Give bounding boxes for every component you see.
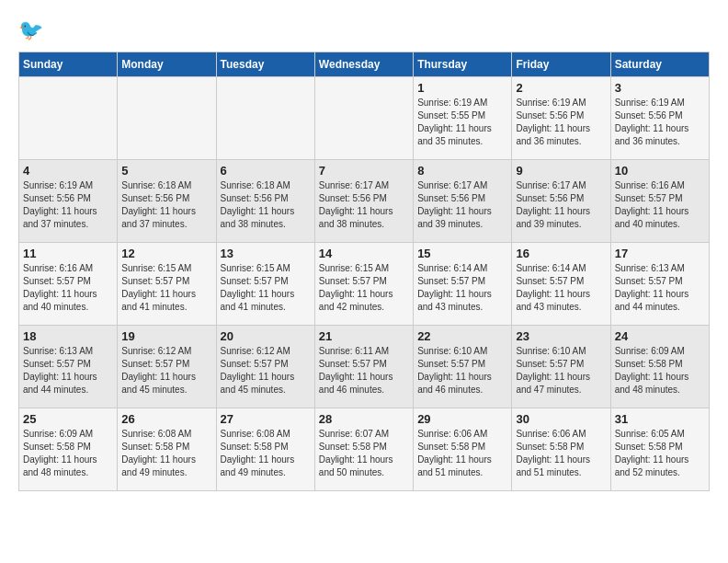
- calendar-cell: 11Sunrise: 6:16 AM Sunset: 5:57 PM Dayli…: [19, 243, 118, 326]
- day-number: 26: [121, 412, 211, 426]
- day-info: Sunrise: 6:15 AM Sunset: 5:57 PM Dayligh…: [319, 262, 409, 314]
- calendar-week-row: 11Sunrise: 6:16 AM Sunset: 5:57 PM Dayli…: [19, 243, 710, 326]
- calendar-cell: 23Sunrise: 6:10 AM Sunset: 5:57 PM Dayli…: [512, 326, 610, 408]
- calendar-cell: [314, 77, 413, 160]
- calendar-cell: 30Sunrise: 6:06 AM Sunset: 5:58 PM Dayli…: [512, 408, 610, 491]
- calendar-cell: 12Sunrise: 6:15 AM Sunset: 5:57 PM Dayli…: [118, 243, 216, 326]
- calendar-table: SundayMondayTuesdayWednesdayThursdayFrid…: [18, 52, 710, 491]
- day-info: Sunrise: 6:16 AM Sunset: 5:57 PM Dayligh…: [615, 179, 705, 231]
- day-info: Sunrise: 6:09 AM Sunset: 5:58 PM Dayligh…: [615, 345, 705, 396]
- calendar-cell: 29Sunrise: 6:06 AM Sunset: 5:58 PM Dayli…: [414, 408, 512, 491]
- calendar-cell: 10Sunrise: 6:16 AM Sunset: 5:57 PM Dayli…: [610, 160, 709, 243]
- day-number: 18: [23, 329, 113, 343]
- calendar-cell: 13Sunrise: 6:15 AM Sunset: 5:57 PM Dayli…: [216, 243, 314, 326]
- day-number: 6: [221, 164, 311, 178]
- day-info: Sunrise: 6:13 AM Sunset: 5:57 PM Dayligh…: [23, 345, 113, 396]
- day-number: 11: [23, 247, 113, 260]
- weekday-header-thursday: Thursday: [414, 52, 512, 77]
- calendar-cell: [19, 77, 118, 160]
- calendar-cell: 1Sunrise: 6:19 AM Sunset: 5:55 PM Daylig…: [414, 77, 512, 160]
- day-info: Sunrise: 6:15 AM Sunset: 5:57 PM Dayligh…: [121, 262, 211, 314]
- day-info: Sunrise: 6:06 AM Sunset: 5:58 PM Dayligh…: [417, 428, 507, 479]
- weekday-header-wednesday: Wednesday: [314, 52, 413, 77]
- day-info: Sunrise: 6:19 AM Sunset: 5:55 PM Dayligh…: [417, 97, 507, 148]
- day-number: 3: [615, 81, 705, 95]
- page-header: 🐦: [18, 18, 710, 42]
- day-number: 21: [319, 329, 409, 343]
- calendar-cell: 2Sunrise: 6:19 AM Sunset: 5:56 PM Daylig…: [512, 77, 610, 160]
- day-number: 8: [417, 164, 507, 178]
- calendar-week-row: 25Sunrise: 6:09 AM Sunset: 5:58 PM Dayli…: [19, 408, 710, 491]
- calendar-cell: [118, 77, 216, 160]
- day-info: Sunrise: 6:18 AM Sunset: 5:56 PM Dayligh…: [121, 179, 211, 231]
- calendar-cell: 3Sunrise: 6:19 AM Sunset: 5:56 PM Daylig…: [610, 77, 709, 160]
- day-info: Sunrise: 6:11 AM Sunset: 5:57 PM Dayligh…: [319, 345, 409, 396]
- day-info: Sunrise: 6:08 AM Sunset: 5:58 PM Dayligh…: [121, 428, 211, 479]
- day-number: 12: [121, 247, 211, 260]
- calendar-cell: 20Sunrise: 6:12 AM Sunset: 5:57 PM Dayli…: [216, 326, 314, 408]
- day-number: 25: [23, 412, 113, 426]
- calendar-cell: 9Sunrise: 6:17 AM Sunset: 5:56 PM Daylig…: [512, 160, 610, 243]
- calendar-week-row: 18Sunrise: 6:13 AM Sunset: 5:57 PM Dayli…: [19, 326, 710, 408]
- day-number: 19: [121, 329, 211, 343]
- day-number: 9: [516, 164, 606, 178]
- calendar-week-row: 1Sunrise: 6:19 AM Sunset: 5:55 PM Daylig…: [19, 77, 710, 160]
- day-info: Sunrise: 6:17 AM Sunset: 5:56 PM Dayligh…: [417, 179, 507, 231]
- calendar-cell: 15Sunrise: 6:14 AM Sunset: 5:57 PM Dayli…: [414, 243, 512, 326]
- logo-bird-icon: 🐦: [18, 18, 43, 41]
- day-number: 17: [615, 247, 705, 260]
- day-number: 28: [319, 412, 409, 426]
- calendar-cell: 26Sunrise: 6:08 AM Sunset: 5:58 PM Dayli…: [118, 408, 216, 491]
- calendar-cell: 28Sunrise: 6:07 AM Sunset: 5:58 PM Dayli…: [314, 408, 413, 491]
- day-info: Sunrise: 6:09 AM Sunset: 5:58 PM Dayligh…: [23, 428, 113, 479]
- day-info: Sunrise: 6:14 AM Sunset: 5:57 PM Dayligh…: [417, 262, 507, 314]
- day-number: 7: [319, 164, 409, 178]
- calendar-cell: 19Sunrise: 6:12 AM Sunset: 5:57 PM Dayli…: [118, 326, 216, 408]
- weekday-header-row: SundayMondayTuesdayWednesdayThursdayFrid…: [19, 52, 710, 77]
- calendar-cell: 16Sunrise: 6:14 AM Sunset: 5:57 PM Dayli…: [512, 243, 610, 326]
- day-number: 24: [615, 329, 705, 343]
- day-number: 31: [615, 412, 705, 426]
- day-number: 5: [121, 164, 211, 178]
- day-info: Sunrise: 6:17 AM Sunset: 5:56 PM Dayligh…: [319, 179, 409, 231]
- calendar-cell: 22Sunrise: 6:10 AM Sunset: 5:57 PM Dayli…: [414, 326, 512, 408]
- calendar-cell: [216, 77, 314, 160]
- day-info: Sunrise: 6:19 AM Sunset: 5:56 PM Dayligh…: [516, 97, 606, 148]
- day-info: Sunrise: 6:17 AM Sunset: 5:56 PM Dayligh…: [516, 179, 606, 231]
- calendar-cell: 6Sunrise: 6:18 AM Sunset: 5:56 PM Daylig…: [216, 160, 314, 243]
- calendar-cell: 14Sunrise: 6:15 AM Sunset: 5:57 PM Dayli…: [314, 243, 413, 326]
- day-number: 13: [221, 247, 311, 260]
- calendar-cell: 27Sunrise: 6:08 AM Sunset: 5:58 PM Dayli…: [216, 408, 314, 491]
- weekday-header-friday: Friday: [512, 52, 610, 77]
- day-number: 4: [23, 164, 113, 178]
- day-info: Sunrise: 6:14 AM Sunset: 5:57 PM Dayligh…: [516, 262, 606, 314]
- calendar-cell: 8Sunrise: 6:17 AM Sunset: 5:56 PM Daylig…: [414, 160, 512, 243]
- day-number: 20: [221, 329, 311, 343]
- day-info: Sunrise: 6:10 AM Sunset: 5:57 PM Dayligh…: [516, 345, 606, 396]
- day-number: 30: [516, 412, 606, 426]
- day-number: 14: [319, 247, 409, 260]
- day-info: Sunrise: 6:08 AM Sunset: 5:58 PM Dayligh…: [221, 428, 311, 479]
- day-number: 15: [417, 247, 507, 260]
- calendar-cell: 18Sunrise: 6:13 AM Sunset: 5:57 PM Dayli…: [19, 326, 118, 408]
- calendar-cell: 7Sunrise: 6:17 AM Sunset: 5:56 PM Daylig…: [314, 160, 413, 243]
- day-number: 2: [516, 81, 606, 95]
- day-info: Sunrise: 6:06 AM Sunset: 5:58 PM Dayligh…: [516, 428, 606, 479]
- weekday-header-sunday: Sunday: [19, 52, 118, 77]
- calendar-cell: 24Sunrise: 6:09 AM Sunset: 5:58 PM Dayli…: [610, 326, 709, 408]
- day-info: Sunrise: 6:05 AM Sunset: 5:58 PM Dayligh…: [615, 428, 705, 479]
- calendar-cell: 4Sunrise: 6:19 AM Sunset: 5:56 PM Daylig…: [19, 160, 118, 243]
- day-number: 22: [417, 329, 507, 343]
- weekday-header-saturday: Saturday: [610, 52, 709, 77]
- day-number: 23: [516, 329, 606, 343]
- calendar-cell: 5Sunrise: 6:18 AM Sunset: 5:56 PM Daylig…: [118, 160, 216, 243]
- logo: 🐦: [18, 18, 43, 42]
- day-number: 27: [221, 412, 311, 426]
- calendar-cell: 17Sunrise: 6:13 AM Sunset: 5:57 PM Dayli…: [610, 243, 709, 326]
- calendar-cell: 25Sunrise: 6:09 AM Sunset: 5:58 PM Dayli…: [19, 408, 118, 491]
- day-number: 29: [417, 412, 507, 426]
- day-info: Sunrise: 6:18 AM Sunset: 5:56 PM Dayligh…: [221, 179, 311, 231]
- day-info: Sunrise: 6:16 AM Sunset: 5:57 PM Dayligh…: [23, 262, 113, 314]
- weekday-header-tuesday: Tuesday: [216, 52, 314, 77]
- day-info: Sunrise: 6:19 AM Sunset: 5:56 PM Dayligh…: [615, 97, 705, 148]
